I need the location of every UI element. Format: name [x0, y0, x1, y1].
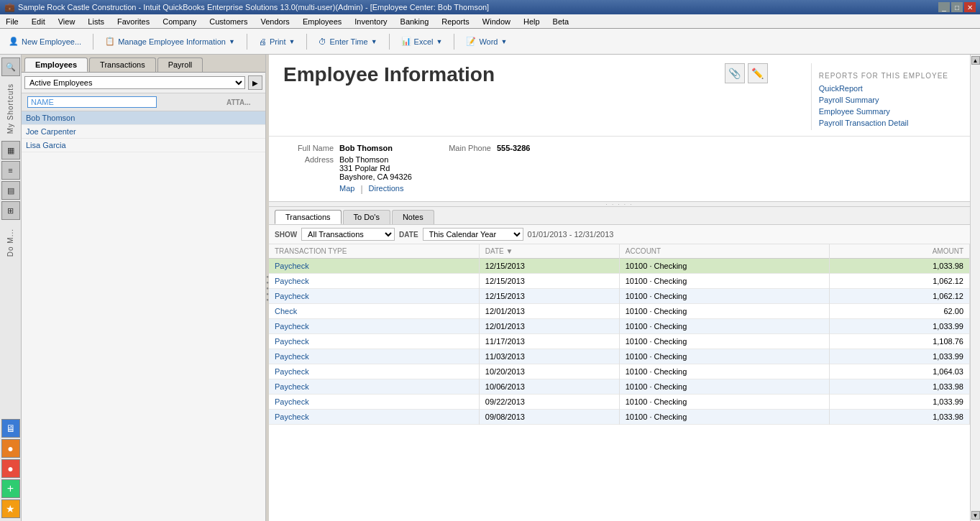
filter-next-button[interactable]: ▶: [248, 75, 262, 90]
menu-reports[interactable]: Reports: [439, 17, 472, 27]
transaction-amount-cell: 1,108.76: [830, 334, 970, 349]
active-employees-filter[interactable]: Active Employees All Employees Inactive …: [24, 76, 245, 89]
transaction-type-cell[interactable]: Paycheck: [269, 349, 479, 364]
transaction-type-cell[interactable]: Paycheck: [269, 364, 479, 379]
orange-app-button[interactable]: ●: [1, 439, 20, 458]
shortcuts-label: My Shortcuts: [6, 83, 14, 134]
tab-employees[interactable]: Employees: [24, 57, 88, 72]
transaction-date-cell: 12/01/2013: [479, 304, 619, 319]
directions-link[interactable]: Directions: [369, 184, 404, 194]
date-filter-select[interactable]: This Calendar Year Last Calendar Year Cu…: [423, 228, 523, 241]
menu-help[interactable]: Help: [521, 17, 543, 27]
maximize-button[interactable]: □: [951, 2, 963, 12]
transaction-type-cell[interactable]: Paycheck: [269, 274, 479, 289]
print-button[interactable]: 🖨 Print ▼: [256, 36, 298, 47]
employee-row-lisa-garcia[interactable]: Lisa Garcia: [22, 139, 265, 152]
edit-button[interactable]: ✏️: [748, 63, 768, 83]
date-range-display: 01/01/2013 - 12/31/2013: [528, 230, 614, 239]
new-employee-button[interactable]: 👤 New Employee...: [6, 35, 84, 47]
manage-employee-button[interactable]: 📋 Manage Employee Information ▼: [102, 35, 238, 47]
menu-customers[interactable]: Customers: [206, 17, 250, 27]
show-filter-select[interactable]: All Transactions Paychecks Checks: [301, 228, 395, 241]
quick-report-link[interactable]: QuickReport: [819, 84, 948, 93]
word-button[interactable]: 📝 Word ▼: [463, 35, 510, 47]
transaction-date-cell: 12/15/2013: [479, 289, 619, 304]
print-label: Print: [270, 37, 286, 46]
sidebar-icon-3[interactable]: ▤: [1, 181, 20, 200]
full-name-label: Full Name: [283, 144, 334, 152]
tab-trans-notes[interactable]: Notes: [392, 210, 434, 224]
transaction-account-cell: 10100 · Checking: [619, 319, 829, 334]
scrollbar-up-button[interactable]: ▲: [971, 56, 980, 65]
payroll-summary-link[interactable]: Payroll Summary: [819, 96, 948, 104]
transaction-amount-cell: 1,033.99: [830, 395, 970, 410]
enter-time-icon: ⏱: [319, 37, 326, 46]
transaction-account-cell: 10100 · Checking: [619, 364, 829, 379]
address-line3: Bayshore, CA 94326: [339, 172, 412, 181]
minimize-button[interactable]: _: [938, 2, 950, 12]
enter-time-label: Enter Time: [329, 37, 367, 46]
toolbar-separator-1: [93, 34, 93, 50]
name-search-input[interactable]: [27, 96, 157, 108]
menu-vendors[interactable]: Vendors: [258, 17, 293, 27]
pencil-icon: ✏️: [751, 68, 764, 79]
menu-lists[interactable]: Lists: [85, 17, 107, 27]
menu-inventory[interactable]: Inventory: [352, 17, 390, 27]
search-sidebar-button[interactable]: 🔍: [1, 57, 20, 76]
sidebar-icon-1[interactable]: ▦: [1, 141, 20, 160]
transaction-type-cell[interactable]: Paycheck: [269, 259, 479, 274]
attach-button[interactable]: 📎: [725, 63, 745, 83]
menu-favorites[interactable]: Favorites: [114, 17, 152, 27]
transaction-type-cell[interactable]: Paycheck: [269, 319, 479, 334]
excel-button[interactable]: 📊 Excel ▼: [398, 35, 446, 47]
transaction-amount-cell: 1,062.12: [830, 274, 970, 289]
menu-file[interactable]: File: [3, 17, 22, 27]
filter-row: Active Employees All Employees Inactive …: [22, 73, 265, 93]
menu-employees[interactable]: Employees: [300, 17, 344, 27]
menu-beta[interactable]: Beta: [550, 17, 572, 27]
menu-company[interactable]: Company: [160, 17, 199, 27]
star-button[interactable]: ★: [1, 499, 20, 518]
tab-payroll[interactable]: Payroll: [157, 57, 203, 72]
tab-trans-transactions[interactable]: Transactions: [275, 210, 342, 224]
name-address-section: Full Name Bob Thomson Address Bob Thomso…: [283, 144, 412, 194]
transaction-type-cell[interactable]: Paycheck: [269, 410, 479, 425]
close-button[interactable]: ✕: [964, 2, 976, 12]
transaction-amount-cell: 1,033.99: [830, 349, 970, 364]
full-name-row: Full Name Bob Thomson: [283, 144, 412, 152]
employee-row-bob-thomson[interactable]: Bob Thomson: [22, 111, 265, 125]
table-row: Paycheck09/08/201310100 · Checking1,033.…: [269, 410, 970, 425]
tab-trans-todos[interactable]: To Do's: [343, 210, 390, 224]
menu-window[interactable]: Window: [480, 17, 513, 27]
table-row: Paycheck09/22/201310100 · Checking1,033.…: [269, 395, 970, 410]
table-row: Paycheck12/15/201310100 · Checking1,033.…: [269, 259, 970, 274]
transaction-type-cell[interactable]: Paycheck: [269, 334, 479, 349]
scrollbar-down-button[interactable]: ▼: [971, 511, 980, 520]
new-employee-icon: 👤: [9, 37, 19, 46]
transaction-type-cell[interactable]: Paycheck: [269, 289, 479, 304]
right-scrollbar[interactable]: ▲ ▼: [970, 55, 980, 521]
menu-banking[interactable]: Banking: [398, 17, 432, 27]
transaction-type-cell[interactable]: Paycheck: [269, 379, 479, 395]
sidebar-icon-4[interactable]: ⊞: [1, 201, 20, 220]
transaction-type-cell[interactable]: Check: [269, 304, 479, 319]
transaction-account-cell: 10100 · Checking: [619, 395, 829, 410]
tab-transactions[interactable]: Transactions: [89, 57, 156, 72]
menu-edit[interactable]: Edit: [29, 17, 48, 27]
sidebar-icon-2[interactable]: ≡: [1, 161, 20, 180]
blue-app-button[interactable]: 🖥: [1, 419, 20, 438]
reports-panel: REPORTS FOR THIS EMPLOYEE QuickReport Pa…: [811, 63, 956, 130]
employee-row-joe-carpenter[interactable]: Joe Carpenter: [22, 125, 265, 139]
payroll-transaction-detail-link[interactable]: Payroll Transaction Detail: [819, 119, 948, 127]
employee-summary-link[interactable]: Employee Summary: [819, 107, 948, 116]
green-add-button[interactable]: +: [1, 479, 20, 498]
splitter[interactable]: · · · · ·: [269, 201, 970, 207]
red-app-button[interactable]: ●: [1, 459, 20, 478]
transaction-type-cell[interactable]: Paycheck: [269, 395, 479, 410]
menu-view[interactable]: View: [55, 17, 78, 27]
map-link[interactable]: Map: [339, 184, 354, 194]
col-date: DATE ▼: [479, 244, 619, 259]
enter-time-button[interactable]: ⏱ Enter Time ▼: [316, 36, 380, 47]
do-more-label: Do M...: [6, 229, 14, 257]
title-label: Sample Rock Castle Construction - Intuit…: [18, 3, 489, 11]
